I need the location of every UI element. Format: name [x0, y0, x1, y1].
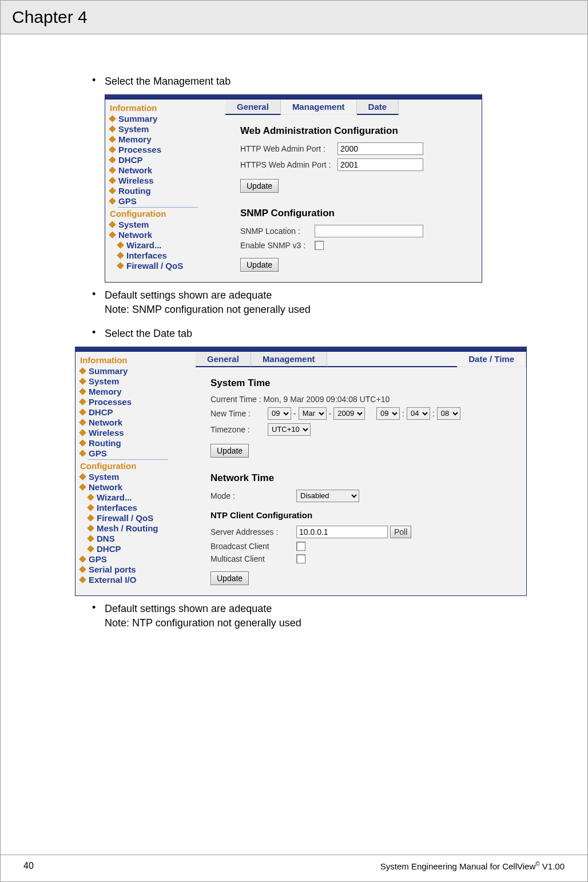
server-addr-input[interactable] — [296, 526, 388, 538]
sidebar-item-label: Mesh / Routing — [97, 523, 158, 533]
bullet-text: Select the Management tab — [105, 74, 231, 89]
update-button-nettime[interactable]: Update — [210, 571, 249, 585]
diamond-icon — [109, 125, 116, 133]
sidebar-item-network[interactable]: Network — [80, 418, 196, 427]
sidebar-item-interfaces[interactable]: Interfaces — [88, 503, 196, 512]
diamond-icon — [87, 504, 94, 511]
sep: : — [402, 409, 404, 418]
bullet-item: • Default settings shown are adequateNot… — [92, 602, 547, 630]
sidebar-item-wireless[interactable]: Wireless — [110, 176, 225, 185]
tab-date-time[interactable]: Date / Time — [457, 352, 526, 367]
sidebar-item-summary[interactable]: Summary — [110, 114, 225, 124]
snmp-v3-checkbox[interactable] — [315, 241, 324, 250]
current-time-value: Mon, 9 Mar 2009 09:04:08 UTC+10 — [264, 395, 390, 404]
sidebar-item-external-io[interactable]: External I/O — [80, 575, 196, 585]
diamond-icon — [79, 378, 86, 385]
sidebar-item-gps[interactable]: GPS — [80, 448, 196, 458]
sidebar-item-wizard[interactable]: Wizard... — [88, 492, 196, 502]
row-new-time: New Time : 09 - Mar - 2009 09 : 04 : — [210, 407, 526, 420]
sidebar-item-firewall[interactable]: Firewall / QoS — [88, 513, 196, 523]
sidebar-item-processes[interactable]: Processes — [110, 145, 225, 154]
tab-date[interactable]: Date — [357, 100, 399, 115]
row-https-port: HTTPS Web Admin Port : — [240, 158, 482, 171]
snmp-location-label: SNMP Location : — [240, 227, 315, 236]
tab-bar: General Management Date / Time — [196, 352, 526, 367]
https-port-input[interactable] — [337, 158, 423, 171]
diamond-icon — [79, 398, 86, 406]
sidebar-item-wireless[interactable]: Wireless — [80, 428, 196, 438]
sidebar-item-interfaces[interactable]: Interfaces — [118, 251, 225, 260]
divider — [88, 459, 168, 460]
new-time-hour-select[interactable]: 09 — [376, 407, 400, 420]
mode-select[interactable]: Disabled — [296, 490, 359, 502]
sidebar-item-config-gps[interactable]: GPS — [80, 554, 196, 564]
sidebar-item-label: Routing — [118, 186, 151, 196]
sidebar-item-label: Routing — [89, 438, 121, 448]
timezone-select[interactable]: UTC+10 — [268, 423, 311, 436]
diamond-icon — [117, 262, 124, 269]
sidebar-item-dns[interactable]: DNS — [88, 534, 196, 543]
new-time-sec-select[interactable]: 08 — [437, 407, 460, 420]
sidebar-item-label: Summary — [89, 366, 128, 376]
update-button-web[interactable]: Update — [240, 179, 279, 193]
tab-management[interactable]: Management — [281, 100, 357, 115]
sidebar-item-config-system[interactable]: System — [80, 472, 196, 482]
timezone-label: Timezone : — [210, 425, 268, 434]
tab-general[interactable]: General — [225, 100, 281, 115]
sidebar-item-wizard[interactable]: Wizard... — [118, 240, 225, 250]
new-time-min-select[interactable]: 04 — [407, 407, 430, 420]
sep: - — [293, 409, 296, 418]
new-time-day-select[interactable]: 09 — [268, 407, 291, 420]
sidebar-item-config-network[interactable]: Network — [110, 230, 225, 240]
poll-button[interactable]: Poll — [390, 526, 411, 538]
sidebar-item-label: System — [89, 376, 119, 386]
sidebar-section-information: Information — [110, 103, 225, 113]
sidebar-item-mesh[interactable]: Mesh / Routing — [88, 523, 196, 533]
sidebar-item-summary[interactable]: Summary — [80, 366, 196, 376]
diamond-icon — [79, 473, 86, 480]
bullet-text: Default settings shown are adequateNote:… — [105, 288, 311, 317]
sidebar-item-label: Firewall / QoS — [126, 261, 183, 271]
sidebar-item-serial[interactable]: Serial ports — [80, 565, 196, 574]
sidebar-item-memory[interactable]: Memory — [110, 134, 225, 144]
sidebar-item-config-dhcp[interactable]: DHCP — [88, 544, 196, 554]
tab-spacer — [327, 352, 458, 367]
nav-sidebar: Information Summary System Memory Proces… — [105, 100, 225, 282]
sidebar-item-gps[interactable]: GPS — [110, 196, 225, 206]
sidebar-item-label: Network — [118, 230, 152, 240]
sidebar-item-system[interactable]: System — [80, 376, 196, 386]
sidebar-item-routing[interactable]: Routing — [80, 438, 196, 448]
sidebar-item-system[interactable]: System — [110, 124, 225, 134]
diamond-icon — [79, 429, 86, 436]
sidebar-item-network[interactable]: Network — [110, 165, 225, 175]
tab-management[interactable]: Management — [251, 352, 327, 367]
sidebar-item-processes[interactable]: Processes — [80, 397, 196, 407]
update-button-snmp[interactable]: Update — [240, 258, 279, 272]
sidebar-item-label: Interfaces — [97, 503, 137, 512]
sidebar-item-label: Interfaces — [126, 251, 167, 260]
tab-general[interactable]: General — [196, 352, 251, 367]
screenshot-management: Information Summary System Memory Proces… — [105, 94, 482, 283]
row-broadcast: Broadcast Client — [210, 542, 526, 551]
page-footer: 40 System Engineering Manual for CellVie… — [1, 855, 587, 871]
sidebar-item-firewall[interactable]: Firewall / QoS — [118, 261, 225, 271]
snmp-location-input[interactable] — [315, 225, 423, 237]
sidebar-item-label: Firewall / QoS — [97, 513, 153, 523]
diamond-icon — [87, 514, 94, 522]
diamond-icon — [79, 367, 86, 375]
update-button-systime[interactable]: Update — [210, 444, 249, 458]
multicast-checkbox[interactable] — [296, 554, 305, 563]
row-timezone: Timezone : UTC+10 — [210, 423, 526, 436]
http-port-input[interactable] — [337, 142, 423, 155]
sidebar-section-configuration: Configuration — [80, 461, 196, 471]
sidebar-item-dhcp[interactable]: DHCP — [80, 407, 196, 417]
sidebar-item-config-system[interactable]: System — [110, 220, 225, 229]
new-time-month-select[interactable]: Mar — [299, 407, 327, 420]
sidebar-item-routing[interactable]: Routing — [110, 186, 225, 196]
sidebar-item-config-network[interactable]: Network — [80, 482, 196, 492]
sidebar-item-dhcp[interactable]: DHCP — [110, 155, 225, 165]
broadcast-checkbox[interactable] — [296, 542, 305, 551]
new-time-year-select[interactable]: 2009 — [333, 407, 365, 420]
sidebar-item-label: Network — [118, 165, 152, 175]
sidebar-item-memory[interactable]: Memory — [80, 387, 196, 396]
